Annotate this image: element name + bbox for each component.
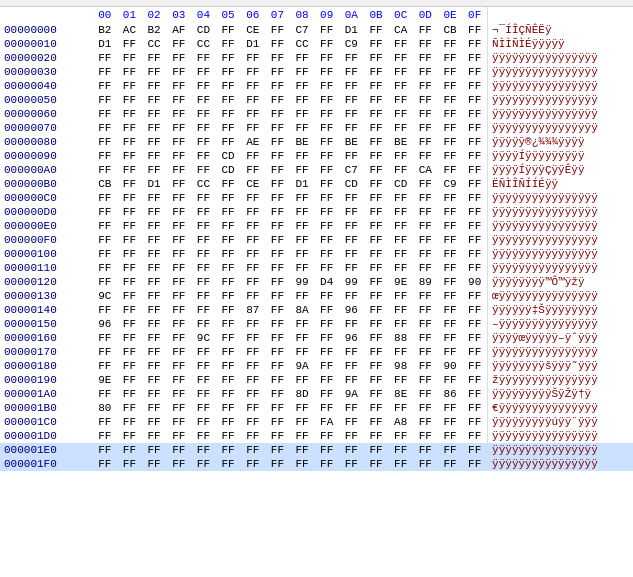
- byte-cell[interactable]: FF: [314, 289, 339, 303]
- byte-cell[interactable]: FF: [314, 331, 339, 345]
- byte-cell[interactable]: FF: [290, 331, 315, 345]
- byte-cell[interactable]: FF: [438, 275, 463, 289]
- byte-cell[interactable]: FF: [438, 191, 463, 205]
- byte-cell[interactable]: FF: [166, 219, 191, 233]
- byte-cell[interactable]: FF: [265, 23, 290, 37]
- byte-cell[interactable]: FF: [438, 93, 463, 107]
- byte-cell[interactable]: FF: [142, 345, 167, 359]
- byte-cell[interactable]: FF: [413, 387, 438, 401]
- byte-cell[interactable]: FF: [364, 359, 389, 373]
- table-row[interactable]: 000001A0FFFFFFFFFFFFFFFF8DFF9AFF8EFF86FF…: [0, 387, 633, 401]
- byte-cell[interactable]: FF: [438, 65, 463, 79]
- byte-cell[interactable]: FF: [438, 135, 463, 149]
- byte-cell[interactable]: FF: [339, 359, 364, 373]
- byte-cell[interactable]: 88: [388, 331, 413, 345]
- byte-cell[interactable]: FF: [388, 233, 413, 247]
- byte-cell[interactable]: FF: [290, 93, 315, 107]
- byte-cell[interactable]: FF: [166, 121, 191, 135]
- byte-cell[interactable]: FF: [388, 37, 413, 51]
- byte-cell[interactable]: FF: [364, 163, 389, 177]
- byte-cell[interactable]: FF: [413, 345, 438, 359]
- byte-cell[interactable]: FF: [265, 37, 290, 51]
- byte-cell[interactable]: FF: [216, 107, 241, 121]
- byte-cell[interactable]: FF: [413, 415, 438, 429]
- byte-cell[interactable]: 86: [438, 387, 463, 401]
- byte-cell[interactable]: FF: [314, 317, 339, 331]
- byte-cell[interactable]: FF: [364, 443, 389, 457]
- byte-cell[interactable]: FF: [364, 23, 389, 37]
- byte-cell[interactable]: FF: [438, 205, 463, 219]
- byte-cell[interactable]: FF: [265, 121, 290, 135]
- byte-cell[interactable]: FF: [216, 135, 241, 149]
- byte-cell[interactable]: FF: [314, 303, 339, 317]
- byte-cell[interactable]: FF: [314, 163, 339, 177]
- byte-cell[interactable]: FF: [290, 261, 315, 275]
- byte-cell[interactable]: FF: [191, 135, 216, 149]
- byte-cell[interactable]: FF: [364, 317, 389, 331]
- byte-cell[interactable]: FF: [413, 191, 438, 205]
- byte-cell[interactable]: FF: [462, 177, 487, 191]
- byte-cell[interactable]: FF: [413, 331, 438, 345]
- byte-cell[interactable]: FF: [240, 345, 265, 359]
- byte-cell[interactable]: 96: [339, 331, 364, 345]
- byte-cell[interactable]: FF: [462, 79, 487, 93]
- byte-cell[interactable]: CD: [191, 23, 216, 37]
- byte-cell[interactable]: FF: [364, 275, 389, 289]
- byte-cell[interactable]: 90: [438, 359, 463, 373]
- byte-cell[interactable]: FF: [166, 443, 191, 457]
- byte-cell[interactable]: FF: [314, 135, 339, 149]
- byte-cell[interactable]: FF: [191, 163, 216, 177]
- byte-cell[interactable]: 96: [339, 303, 364, 317]
- byte-cell[interactable]: FF: [438, 289, 463, 303]
- byte-cell[interactable]: FF: [438, 79, 463, 93]
- byte-cell[interactable]: FF: [240, 415, 265, 429]
- byte-cell[interactable]: FF: [265, 289, 290, 303]
- byte-cell[interactable]: FF: [142, 387, 167, 401]
- byte-cell[interactable]: FF: [339, 443, 364, 457]
- byte-cell[interactable]: FF: [142, 51, 167, 65]
- byte-cell[interactable]: FF: [265, 443, 290, 457]
- byte-cell[interactable]: FF: [364, 93, 389, 107]
- byte-cell[interactable]: FF: [216, 93, 241, 107]
- table-row[interactable]: 00000170FFFFFFFFFFFFFFFFFFFFFFFFFFFFFFFF…: [0, 345, 633, 359]
- byte-cell[interactable]: FF: [388, 51, 413, 65]
- byte-cell[interactable]: FF: [413, 443, 438, 457]
- byte-cell[interactable]: FF: [462, 387, 487, 401]
- byte-cell[interactable]: FF: [462, 51, 487, 65]
- byte-cell[interactable]: FF: [166, 135, 191, 149]
- byte-cell[interactable]: BE: [290, 135, 315, 149]
- byte-cell[interactable]: FF: [314, 177, 339, 191]
- byte-cell[interactable]: FF: [413, 93, 438, 107]
- byte-cell[interactable]: FF: [413, 149, 438, 163]
- byte-cell[interactable]: CD: [388, 177, 413, 191]
- byte-cell[interactable]: FF: [265, 359, 290, 373]
- byte-cell[interactable]: FF: [117, 443, 142, 457]
- byte-cell[interactable]: FF: [462, 93, 487, 107]
- byte-cell[interactable]: FF: [240, 373, 265, 387]
- byte-cell[interactable]: FF: [191, 415, 216, 429]
- byte-cell[interactable]: FF: [339, 345, 364, 359]
- byte-cell[interactable]: FF: [265, 247, 290, 261]
- byte-cell[interactable]: FF: [388, 121, 413, 135]
- byte-cell[interactable]: FF: [117, 373, 142, 387]
- byte-cell[interactable]: FF: [92, 107, 117, 121]
- byte-cell[interactable]: FF: [339, 289, 364, 303]
- byte-cell[interactable]: FF: [216, 359, 241, 373]
- byte-cell[interactable]: FF: [339, 79, 364, 93]
- byte-cell[interactable]: FF: [240, 121, 265, 135]
- byte-cell[interactable]: FF: [191, 275, 216, 289]
- byte-cell[interactable]: FF: [142, 331, 167, 345]
- byte-cell[interactable]: FF: [438, 303, 463, 317]
- table-row[interactable]: 000001C0FFFFFFFFFFFFFFFFFFFAFFFFA8FFFFFF…: [0, 415, 633, 429]
- byte-cell[interactable]: CC: [290, 37, 315, 51]
- byte-cell[interactable]: FF: [438, 457, 463, 471]
- byte-cell[interactable]: FF: [191, 303, 216, 317]
- byte-cell[interactable]: 96: [92, 317, 117, 331]
- byte-cell[interactable]: 9C: [92, 289, 117, 303]
- byte-cell[interactable]: FF: [142, 107, 167, 121]
- byte-cell[interactable]: FF: [339, 261, 364, 275]
- table-row[interactable]: 00000090FFFFFFFFFFCDFFFFFFFFFFFFFFFFFFFF…: [0, 149, 633, 163]
- byte-cell[interactable]: FF: [314, 79, 339, 93]
- byte-cell[interactable]: FF: [142, 163, 167, 177]
- table-row[interactable]: 00000100FFFFFFFFFFFFFFFFFFFFFFFFFFFFFFFF…: [0, 247, 633, 261]
